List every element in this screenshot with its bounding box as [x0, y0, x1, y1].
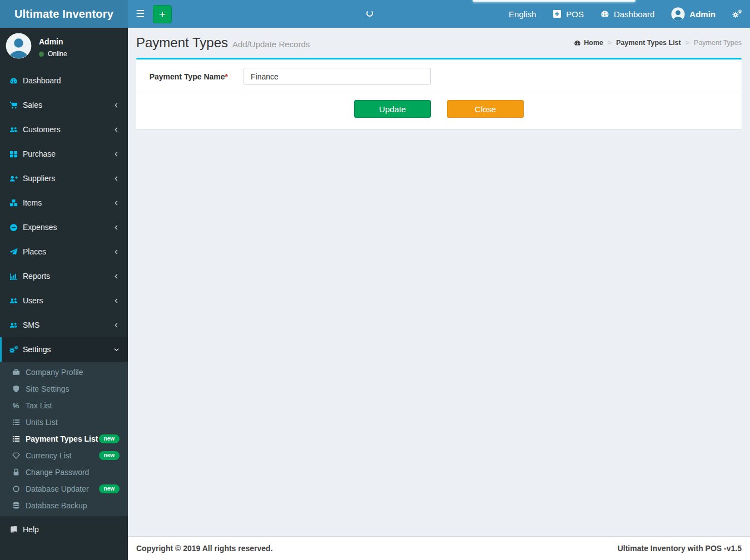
sidebar-item-users[interactable]: Users [0, 288, 128, 313]
chevron-left-icon [113, 224, 120, 231]
gears-icon [732, 9, 742, 18]
sidebar-item-dashboard[interactable]: Dashboard [0, 68, 128, 93]
sidebar-item-label: Customers [23, 125, 61, 134]
page-title: Payment TypesAdd/Update Records [136, 35, 310, 51]
sidebar-toggle-button[interactable]: ☰ [128, 0, 152, 28]
submenu-item-label: Company Profile [26, 368, 83, 377]
sidebar-item-customers[interactable]: Customers [0, 117, 128, 142]
sidebar-item-label: Places [23, 247, 46, 256]
chevron-left-icon [113, 127, 120, 133]
payment-type-name-label-text: Payment Type Name [150, 72, 225, 81]
reports-icon [8, 272, 18, 281]
list-icon [11, 435, 21, 443]
breadcrumb-separator: > [686, 39, 689, 47]
required-asterisk: * [225, 72, 228, 81]
submenu-item-label: Site Settings [26, 384, 69, 393]
sidebar-item-purchase[interactable]: Purchase [0, 142, 128, 166]
screenshot-artifact-strip [473, 0, 635, 2]
breadcrumb-payment-types-list[interactable]: Payment Types List [616, 39, 681, 47]
app-logo[interactable]: Ultimate Inventory [0, 0, 128, 28]
help-icon [8, 526, 18, 534]
footer-brand: Ultimate Inventory with POS [618, 544, 722, 553]
submenu-item-units-list[interactable]: Units List [0, 414, 128, 431]
submenu-item-label: Currency List [26, 451, 71, 460]
company-profile-icon [11, 368, 21, 376]
sidebar-item-items[interactable]: Items [0, 191, 128, 215]
nav-item-settings[interactable] [724, 0, 750, 28]
breadcrumb-home[interactable]: Home [574, 39, 603, 47]
sidebar-item-settings[interactable]: Settings [0, 337, 128, 362]
navbar-right-menu: English POS Dashboard Admin [500, 0, 750, 28]
submenu-item-payment-types-list[interactable]: Payment Types List new [0, 431, 128, 447]
form-body: Payment Type Name* [136, 59, 742, 93]
dashboard-icon [574, 39, 581, 47]
footer-copyright: Copyright © 2019 All rights reserved. [136, 544, 273, 553]
sidebar-item-label: Expenses [23, 223, 57, 232]
nav-item-language[interactable]: English [500, 0, 544, 28]
page-title-text: Payment Types [136, 35, 228, 50]
submenu-item-tax-list[interactable]: % Tax List [0, 397, 128, 414]
submenu-item-currency-list[interactable]: Currency List new [0, 447, 128, 464]
breadcrumb: Home > Payment Types List > Payment Type… [574, 39, 742, 47]
submenu-item-database-updater[interactable]: Database Updater new [0, 481, 128, 497]
sidebar-item-label: Dashboard [23, 76, 61, 85]
submenu-item-company-profile[interactable]: Company Profile [0, 364, 128, 381]
submenu-item-database-backup[interactable]: Database Backup [0, 497, 128, 514]
new-badge: new [99, 451, 120, 460]
page-subtitle: Add/Update Records [232, 39, 310, 49]
places-icon [8, 248, 18, 256]
nav-dashboard-label: Dashboard [614, 9, 654, 19]
submenu-item-label: Tax List [26, 401, 52, 410]
payment-type-name-row: Payment Type Name* [145, 68, 733, 85]
footer-version-number: -v1.5 [724, 544, 742, 553]
dashboard-icon [600, 9, 609, 18]
nav-user-label: Admin [689, 9, 716, 19]
add-icon: + [159, 8, 166, 20]
users-icon [8, 297, 18, 305]
tax-icon: % [11, 402, 21, 409]
sidebar-item-sms[interactable]: SMS [0, 313, 128, 337]
sidebar-item-label: SMS [23, 321, 39, 329]
sidebar-item-places[interactable]: Places [0, 239, 128, 264]
main-footer: Copyright © 2019 All rights reserved. Ul… [128, 536, 750, 560]
chevron-left-icon [113, 176, 120, 182]
submenu-item-change-password[interactable]: Change Password [0, 464, 128, 481]
nav-item-dashboard[interactable]: Dashboard [592, 0, 663, 28]
sidebar-item-label: Sales [23, 101, 42, 109]
chevron-down-icon [113, 347, 120, 353]
payment-type-form-box: Payment Type Name* Update Close [136, 58, 742, 129]
payment-type-name-label: Payment Type Name* [145, 72, 228, 81]
submenu-item-label: Database Updater [26, 484, 89, 493]
chevron-left-icon [113, 273, 120, 279]
pos-icon [553, 9, 562, 18]
sidebar-item-reports[interactable]: Reports [0, 264, 128, 288]
quick-add-button[interactable]: + [153, 5, 172, 23]
dashboard-icon [8, 77, 18, 85]
user-avatar-icon [671, 7, 685, 21]
language-label: English [509, 9, 536, 19]
sidebar-user-status[interactable]: Online [39, 50, 67, 58]
new-badge: new [99, 484, 120, 493]
sidebar-item-help[interactable]: Help [0, 517, 128, 542]
online-status-icon [39, 52, 44, 57]
pos-label: POS [566, 9, 584, 19]
close-button[interactable]: Close [447, 100, 524, 118]
top-navbar: ☰ + English POS Dashboard Admin [128, 0, 750, 28]
sidebar-item-sales[interactable]: Sales [0, 93, 128, 117]
loading-spinner-icon [366, 10, 373, 17]
submenu-item-label: Database Backup [26, 501, 87, 510]
submenu-item-site-settings[interactable]: Site Settings [0, 381, 128, 397]
sidebar-user-panel: Admin Online [0, 28, 128, 64]
site-settings-icon [11, 385, 21, 393]
breadcrumb-separator: > [608, 39, 612, 47]
update-button[interactable]: Update [354, 100, 431, 118]
updater-icon [11, 485, 21, 493]
submenu-item-label: Units List [26, 418, 58, 427]
form-footer: Update Close [136, 93, 742, 129]
sidebar-item-suppliers[interactable]: Suppliers [0, 166, 128, 191]
nav-item-user[interactable]: Admin [663, 0, 724, 28]
nav-item-pos[interactable]: POS [544, 0, 592, 28]
items-icon [8, 199, 18, 207]
sidebar-item-expenses[interactable]: Expenses [0, 215, 128, 239]
payment-type-name-input[interactable] [244, 68, 431, 85]
